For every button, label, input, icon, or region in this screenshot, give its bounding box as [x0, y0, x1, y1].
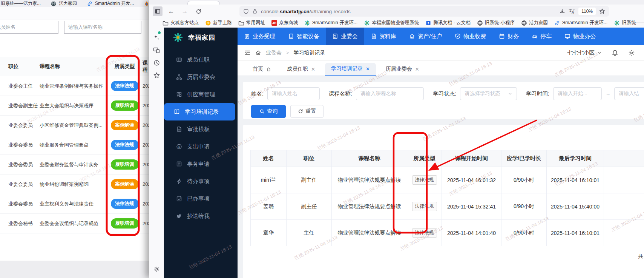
- name-filter-input[interactable]: 请输入姓名: [267, 87, 320, 100]
- records-table-row[interactable]: 姜璐副主任物业管理法律法规要点解读法律法规2025-11-04 15:32:41…: [251, 193, 644, 220]
- breadcrumb-parent[interactable]: 业委会: [266, 49, 282, 56]
- time-range-arrow: →: [606, 91, 610, 97]
- lock-icon[interactable]: [252, 9, 258, 14]
- sidebar-item-成员任职[interactable]: 成员任职: [164, 51, 238, 68]
- sidebar-item-事务申请[interactable]: 事务申请: [164, 155, 238, 173]
- bookmark-item[interactable]: 旧系统——活力家园...: [614, 20, 644, 26]
- translate-icon[interactable]: 文A: [569, 8, 575, 15]
- records-table-header-cell: 所属类型: [407, 150, 442, 167]
- sidebar-item-审批模板[interactable]: 审批模板: [164, 120, 238, 138]
- bg-table-row[interactable]: 业委会主任物业管理条例解读与实务操作法律法规2024: [0, 76, 152, 96]
- bookmark-item[interactable]: 腾讯文档 - 云文档: [425, 20, 471, 26]
- titlebar-strip: [149, 0, 644, 5]
- bg-window-tab[interactable]: 旧系统——活力家...: [1, 0, 41, 7]
- search-button[interactable]: 查询: [251, 105, 286, 118]
- bookmark-item[interactable]: 幸福家园物业管理系统: [364, 20, 419, 26]
- forward-button[interactable]: →: [180, 6, 190, 16]
- page-tab-成员任职[interactable]: 成员任职✕: [281, 63, 321, 76]
- bg-table-row[interactable]: 业委会委员物业服务合同管理要点法律法规2024: [0, 135, 152, 155]
- bg-table-row[interactable]: 业委会委员业主权利义务与法律责任法律法规2024: [0, 194, 152, 214]
- page-tab-学习培训记录[interactable]: 学习培训记录✕: [325, 63, 376, 76]
- course-filter-input[interactable]: 请输入课程名称: [356, 87, 424, 100]
- records-table-row[interactable]: mirri兰副主任物业管理法律法规要点解读法律法规2025-11-04 16:0…: [251, 167, 644, 193]
- type-badge: 法律法规: [111, 199, 139, 209]
- firefox-icon: [205, 20, 211, 26]
- records-table-card: 姓名职位课程名称所属类型课程开始时间应学/已学时长最后学习时间mirri兰副主任…: [243, 125, 644, 278]
- doc-icon: [176, 126, 182, 132]
- breadcrumb-bar: 业委会 > 学习培训记录 七七七小区: [238, 45, 644, 61]
- nav-item-业务受理[interactable]: 业务受理: [238, 28, 282, 45]
- status-filter-select[interactable]: 请选择学习状态: [460, 87, 517, 100]
- idcard-icon: [176, 57, 182, 63]
- tab-close-icon[interactable]: ✕: [311, 66, 315, 72]
- back-button[interactable]: ←: [166, 6, 176, 16]
- bell-icon[interactable]: [612, 49, 618, 56]
- bookmark-star-icon[interactable]: [599, 8, 605, 14]
- settings-gear-icon[interactable]: [628, 49, 635, 56]
- time-start-input[interactable]: 请输入开始...: [553, 87, 602, 100]
- nav-item-停车[interactable]: 停车: [525, 28, 558, 45]
- course-name-input-bg[interactable]: 请输入课程名称: [64, 21, 141, 34]
- sparkle-icon: [153, 34, 160, 41]
- bookmark-item[interactable]: 常用网址: [238, 20, 265, 26]
- shield-icon[interactable]: [243, 9, 249, 14]
- records-table-header-cell: 课程开始时间: [442, 150, 501, 167]
- page-tab-历届业委会[interactable]: 历届业委会✕: [380, 63, 425, 76]
- reload-button[interactable]: [193, 6, 203, 16]
- link-icon: [554, 20, 560, 26]
- bg-table-row[interactable]: 业委会秘书业委会会议组织与记录规范履职培训2024: [0, 214, 152, 233]
- community-selector[interactable]: 七七七小区: [567, 49, 602, 56]
- bookmark-item[interactable]: 活力家园: [521, 20, 548, 26]
- bookmark-item[interactable]: SmartAdmin 开发环...: [304, 20, 357, 26]
- bookmark-item[interactable]: 新手上路: [205, 20, 232, 26]
- records-table-row[interactable]: 章华主任物业管理法律法规要点解读法律法规2025-11-04 14:01:400…: [251, 220, 644, 246]
- ai-chat-button[interactable]: [152, 33, 161, 42]
- synced-tabs-button[interactable]: [152, 46, 161, 55]
- member-name-input[interactable]: 成员姓名: [0, 21, 58, 34]
- bg-window-tab[interactable]: 活力家园: [51, 0, 77, 7]
- zoom-level-chip[interactable]: 110%: [578, 8, 596, 15]
- page-tab-首页[interactable]: 首页: [247, 63, 277, 76]
- star-outline-icon: [153, 72, 160, 79]
- nav-item-物业收费[interactable]: 物业收费: [448, 28, 492, 45]
- sidebar-item-历届业委会[interactable]: 历届业委会: [164, 68, 238, 86]
- breadcrumb-home-icon[interactable]: [255, 50, 261, 56]
- bg-table-row[interactable]: 业委会委员业委会财务监督与审计实务履职培训2024: [0, 155, 152, 175]
- sidebar-item-已办事项[interactable]: 已办事项: [164, 190, 238, 207]
- bg-table-row[interactable]: 业委会副主任业主大会组织与决策程序履职培训2024: [0, 96, 152, 116]
- tab-home-icon: [266, 67, 271, 72]
- status-filter-label: 学习状态:: [433, 90, 456, 97]
- time-end-input[interactable]: 请输入结: [614, 87, 644, 100]
- sidebar-item-待办事项[interactable]: 待办事项: [164, 173, 238, 190]
- sidebar-item-学习培训记录[interactable]: 学习培训记录: [164, 103, 235, 120]
- bookmark-item[interactable]: 旧系统-小程序: [477, 20, 515, 26]
- lightning-icon: [176, 178, 182, 184]
- sidebar-toggle-button[interactable]: [153, 6, 163, 16]
- sidebar-item-供应商管理[interactable]: 供应商管理: [164, 86, 238, 103]
- nav-item-资产/住户[interactable]: 资产/住户: [403, 28, 448, 45]
- type-badge: 履职培训: [111, 159, 139, 170]
- partial-browser-tab[interactable]: [187, 1, 220, 5]
- bookmark-item[interactable]: SmartAdmin 开发环...: [554, 20, 607, 26]
- bg-window-tab[interactable]: SmartAdmin 开发...: [87, 0, 134, 7]
- strip-settings-button[interactable]: [152, 264, 161, 273]
- nav-item-智能设备[interactable]: 智能设备: [282, 28, 326, 45]
- nav-item-物业办公[interactable]: 物业办公: [558, 28, 602, 45]
- collapse-menu-icon[interactable]: [244, 49, 251, 56]
- sidebar-item-支出申请[interactable]: $支出申请: [164, 138, 238, 155]
- tab-close-icon[interactable]: ✕: [415, 66, 419, 72]
- bookmark-item[interactable]: JD京东商城: [271, 20, 298, 26]
- background-window-toolbar: [0, 7, 152, 20]
- sidebar-item-抄送给我[interactable]: 抄送给我: [164, 207, 238, 225]
- tab-close-icon[interactable]: ✕: [366, 66, 370, 72]
- notification-dot: [158, 31, 161, 34]
- bookmark-item[interactable]: 火狐官方站点: [163, 20, 199, 26]
- nav-item-资料库[interactable]: 资料库: [364, 28, 403, 45]
- bookmarks-button[interactable]: [152, 71, 161, 80]
- reset-button[interactable]: 重置: [290, 105, 324, 118]
- history-button[interactable]: [152, 58, 161, 67]
- download-icon[interactable]: [559, 8, 565, 14]
- address-bar[interactable]: console.smartxfjy.cn/#/training-records …: [239, 6, 609, 17]
- nav-item-业委会[interactable]: 业委会: [326, 28, 364, 45]
- nav-item-财务[interactable]: 财务: [492, 28, 525, 45]
